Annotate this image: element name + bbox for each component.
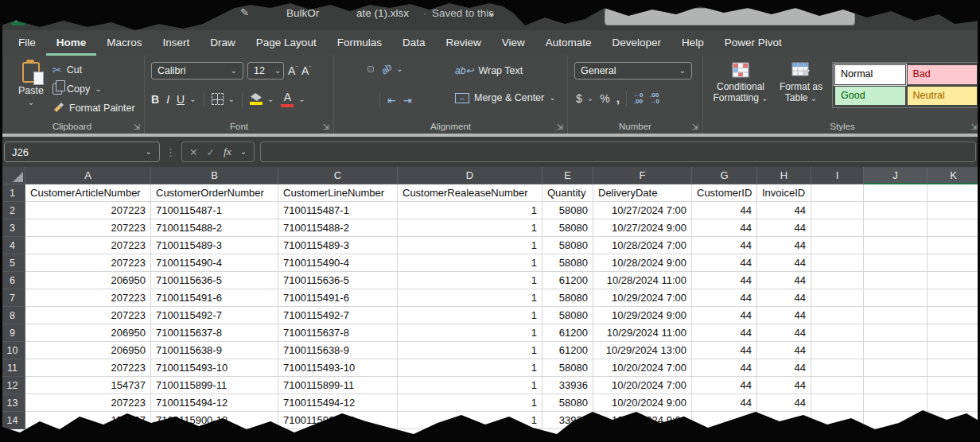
cell-E14[interactable]: 33936 <box>542 412 593 429</box>
cell-B6[interactable]: 7100115636-5 <box>151 272 278 289</box>
cell-F5[interactable]: 10/28/2024 9:00 <box>593 254 692 272</box>
wrap-text-button[interactable]: ab↩ Wrap Text <box>455 65 523 76</box>
cancel-entry-button[interactable]: ✕ <box>189 146 197 158</box>
cell-C10[interactable]: 7100115638-9 <box>278 342 398 359</box>
cell-I12[interactable] <box>811 377 864 394</box>
cell-F6[interactable]: 10/28/2024 11:00 <box>593 272 692 289</box>
cell-K7[interactable] <box>928 289 980 307</box>
menu-tab-formulas[interactable]: Formulas <box>327 30 392 56</box>
cell-E10[interactable]: 61200 <box>542 342 593 359</box>
cell-K6[interactable] <box>928 272 980 289</box>
bold-button[interactable]: B <box>151 93 159 106</box>
drag-handle-icon[interactable]: ⋮ <box>165 146 176 158</box>
cell-D10[interactable]: 1 <box>398 342 542 359</box>
cell-B12[interactable]: 7100115899-11 <box>151 377 278 394</box>
cell-C13[interactable]: 7100115494-12 <box>278 394 398 412</box>
merge-center-button[interactable]: ↔ Merge & Center ⌄ <box>455 92 556 103</box>
cell-A8[interactable]: 207223 <box>25 307 151 324</box>
cell-A4[interactable]: 207223 <box>25 237 151 254</box>
font-name-select[interactable]: Calibri ⌄ <box>151 62 243 79</box>
menu-tab-data[interactable]: Data <box>392 30 436 56</box>
cell-K4[interactable] <box>928 237 980 254</box>
conditional-formatting-button[interactable]: Conditional Formatting ⌄ <box>713 62 768 103</box>
cell-J4[interactable] <box>864 237 928 254</box>
cell-J14[interactable] <box>864 412 928 429</box>
row-header-12[interactable]: 12 <box>0 377 25 394</box>
cell-B10[interactable]: 7100115638-9 <box>151 342 278 359</box>
cell-E11[interactable]: 58080 <box>542 359 593 377</box>
cell-I10[interactable] <box>811 342 864 359</box>
cell-K2[interactable] <box>928 202 980 219</box>
cell-I8[interactable] <box>811 307 864 324</box>
menu-tab-developer[interactable]: Developer <box>602 30 672 56</box>
cell-G5[interactable]: 44 <box>692 254 757 272</box>
cell-E9[interactable]: 61200 <box>542 324 593 342</box>
row-header-5[interactable]: 5 <box>0 254 25 272</box>
cell-E12[interactable]: 33936 <box>542 377 593 394</box>
align-center-button[interactable] <box>356 98 360 103</box>
cell-A7[interactable]: 207223 <box>25 289 151 307</box>
column-header-J[interactable]: J <box>864 167 928 184</box>
cell-E7[interactable]: 58080 <box>542 289 593 307</box>
cell-K11[interactable] <box>928 359 980 377</box>
increase-decimal-button[interactable]: ←0 .00 <box>633 92 643 105</box>
column-header-D[interactable]: D <box>398 167 542 184</box>
cell-B1[interactable]: CustomerOrderNumber <box>151 184 278 202</box>
cell-C2[interactable]: 7100115487-1 <box>278 202 398 219</box>
dialog-launcher-icon[interactable]: ⇲ <box>971 122 978 131</box>
cell-J9[interactable] <box>864 324 928 342</box>
increase-indent-button[interactable]: ⇥ <box>403 95 412 107</box>
cell-H6[interactable]: 44 <box>757 272 811 289</box>
borders-button[interactable]: ⌄ <box>212 93 235 105</box>
cell-E1[interactable]: Quantity <box>542 184 593 202</box>
cell-I1[interactable] <box>811 184 864 202</box>
cell-J2[interactable] <box>864 202 928 219</box>
cell-D2[interactable]: 1 <box>398 202 542 219</box>
cell-F14[interactable]: 10/20/2024 9:00 <box>593 412 692 429</box>
cell-G10[interactable]: 44 <box>692 342 757 359</box>
cell-J12[interactable] <box>864 377 928 394</box>
row-header-11[interactable]: 11 <box>0 359 25 377</box>
dialog-launcher-icon[interactable]: ⇲ <box>323 122 329 131</box>
cell-J8[interactable] <box>864 307 928 324</box>
cell-A3[interactable]: 207223 <box>25 219 151 237</box>
menu-tab-page-layout[interactable]: Page Layout <box>246 30 327 56</box>
column-header-A[interactable]: A <box>25 167 151 184</box>
increase-font-size-button[interactable]: Aˆ <box>288 64 298 77</box>
dialog-launcher-icon[interactable]: ⇲ <box>557 122 563 131</box>
comma-style-button[interactable]: , <box>616 91 620 106</box>
row-header-2[interactable]: 2 <box>0 202 25 219</box>
column-header-I[interactable]: I <box>811 167 864 184</box>
cell-G8[interactable]: 44 <box>692 307 757 324</box>
cell-J5[interactable] <box>864 254 928 272</box>
font-size-select[interactable]: 12 ⌄ <box>247 62 284 79</box>
cell-G14[interactable]: 44 <box>692 412 757 429</box>
row-header-4[interactable]: 4 <box>0 237 25 254</box>
cell-E8[interactable]: 58080 <box>542 307 593 324</box>
row-header-1[interactable]: 1 <box>0 184 25 202</box>
cell-C3[interactable]: 7100115488-2 <box>278 219 398 237</box>
cell-A12[interactable]: 154737 <box>25 377 151 394</box>
cell-J6[interactable] <box>864 272 928 289</box>
row-header-14[interactable]: 14 <box>0 412 25 429</box>
cell-F2[interactable]: 10/27/2024 7:00 <box>593 202 692 219</box>
cell-E13[interactable]: 58080 <box>542 394 593 412</box>
cell-H3[interactable]: 44 <box>757 219 811 237</box>
font-color-button[interactable]: A ⌄ <box>281 91 305 107</box>
cell-A13[interactable]: 207223 <box>25 394 151 412</box>
cell-B11[interactable]: 7100115493-10 <box>151 359 278 377</box>
cell-J7[interactable] <box>864 289 928 307</box>
cell-H4[interactable]: 44 <box>757 237 811 254</box>
cell-F4[interactable]: 10/28/2024 7:00 <box>593 237 692 254</box>
cell-C4[interactable]: 7100115489-3 <box>278 237 398 254</box>
row-header-6[interactable]: 6 <box>0 272 25 289</box>
paste-button[interactable]: Paste ⌄ <box>13 62 49 107</box>
menu-tab-macros[interactable]: Macros <box>96 30 152 56</box>
cell-D5[interactable]: 1 <box>398 254 542 272</box>
insert-function-button[interactable]: fx <box>224 145 231 158</box>
cell-I4[interactable] <box>811 237 864 254</box>
cell-H14[interactable]: 44 <box>757 412 811 429</box>
cell-G6[interactable]: 44 <box>692 272 757 289</box>
row-header-3[interactable]: 3 <box>0 219 25 237</box>
cell-K10[interactable] <box>928 342 980 359</box>
